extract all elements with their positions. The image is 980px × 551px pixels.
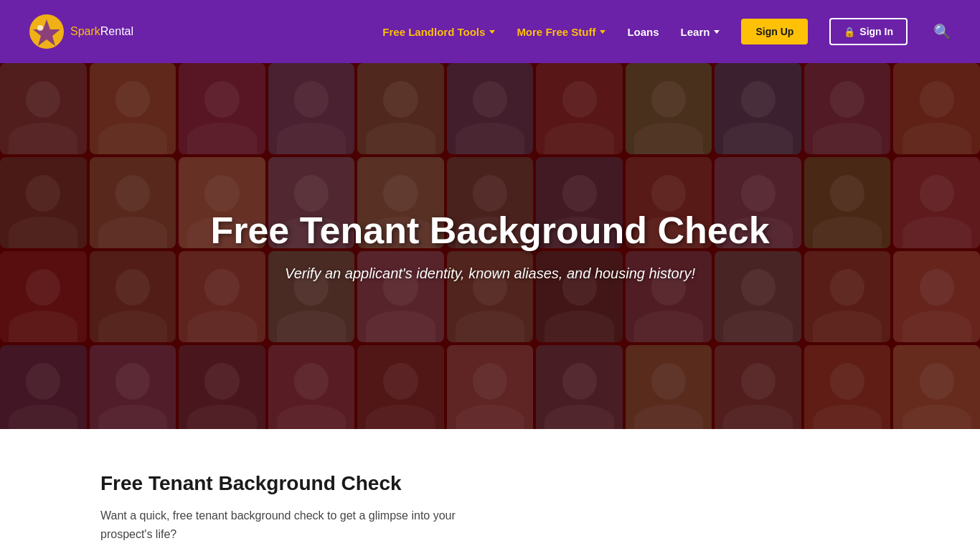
chevron-down-icon (714, 30, 720, 34)
nav-learn[interactable]: Learn (681, 26, 720, 38)
logo-text: SparkRental (70, 25, 133, 38)
logo-spark: Spark (70, 25, 100, 37)
content-section: Free Tenant Background Check Want a quic… (0, 429, 980, 551)
logo-link[interactable]: SparkRental (29, 14, 133, 50)
content-title: Free Tenant Background Check (100, 472, 880, 495)
content-text: Want a quick, free tenant background che… (100, 507, 459, 543)
hero-subtitle: Verify an applicant's identity, known al… (98, 265, 882, 282)
sign-up-button[interactable]: Sign Up (741, 19, 808, 44)
svg-point-2 (37, 25, 43, 31)
site-header: SparkRental Free Landlord Tools More Fre… (0, 0, 980, 63)
chevron-down-icon (600, 30, 606, 34)
sign-in-button[interactable]: 🔒 Sign In (829, 18, 908, 45)
hero-section: Free Tenant Background Check Verify an a… (0, 63, 980, 429)
hero-content: Free Tenant Background Check Verify an a… (98, 210, 882, 282)
nav-loans[interactable]: Loans (627, 26, 659, 38)
chevron-down-icon (489, 30, 495, 34)
logo-rental: Rental (100, 25, 133, 37)
lock-icon: 🔒 (844, 27, 855, 37)
main-nav: Free Landlord Tools More Free Stuff Loan… (382, 18, 951, 45)
search-button[interactable]: 🔍 (933, 23, 951, 40)
nav-free-landlord-tools[interactable]: Free Landlord Tools (382, 26, 495, 38)
nav-more-free-stuff[interactable]: More Free Stuff (517, 26, 606, 38)
hero-title: Free Tenant Background Check (98, 210, 882, 251)
search-icon: 🔍 (933, 24, 951, 39)
logo-icon (29, 14, 65, 50)
